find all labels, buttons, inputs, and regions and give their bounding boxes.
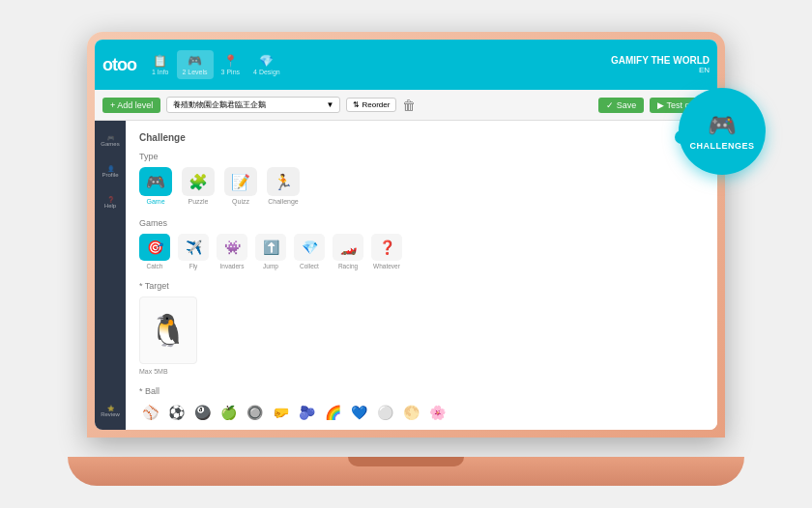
ball-rainbow[interactable]: 🌈 xyxy=(322,402,343,423)
game-type-icon: 🎮 xyxy=(139,167,172,196)
levels-icon: 🎮 xyxy=(188,54,202,68)
tab-design[interactable]: 💎 4 Design xyxy=(247,50,286,79)
tab-info[interactable]: 📋 1 Info xyxy=(146,50,175,79)
app-header: otoo 📋 1 Info 🎮 2 Levels 📍 3 Pins xyxy=(95,40,717,90)
gamify-tagline: GAMIFY THE WORLD EN xyxy=(611,55,710,74)
ball-moon[interactable]: 🌕 xyxy=(400,402,421,423)
save-button[interactable]: ✓ Save xyxy=(598,98,644,113)
ball-grey[interactable]: 🔘 xyxy=(244,402,265,423)
ball-label: * Ball xyxy=(139,386,704,396)
games-icons: 🎯 Catch ✈️ Fly 👾 Invaders xyxy=(139,234,704,269)
balls-row-2: 😊 😀 😁 😟 🍃 ➕ xyxy=(139,427,704,430)
add-level-button[interactable]: + Add level xyxy=(102,98,160,113)
type-quizz[interactable]: 📝 Quizz xyxy=(224,167,257,205)
challenges-badge-text: CHALLENGES xyxy=(689,141,754,151)
games-icon: 🎮 xyxy=(107,134,114,141)
ball-grin[interactable]: 😀 xyxy=(165,427,187,430)
quizz-type-icon: 📝 xyxy=(224,167,257,196)
jump-icon: ⬆️ xyxy=(255,234,286,261)
ball-soccer[interactable]: ⚽ xyxy=(165,402,187,423)
ball-pool[interactable]: 🎱 xyxy=(191,402,213,423)
review-icon: ⭐ xyxy=(107,405,114,411)
app-body: 🎮 Games 👤 Profile ❓ Help ⭐ xyxy=(95,121,717,430)
game-collect[interactable]: 💎 Collect xyxy=(294,234,325,269)
ball-baseball[interactable]: ⚾ xyxy=(139,402,160,423)
laptop-base xyxy=(68,457,744,486)
game-fly[interactable]: ✈️ Fly xyxy=(178,234,209,269)
invaders-icon: 👾 xyxy=(217,234,247,261)
sidebar-item-profile[interactable]: 👤 Profile xyxy=(99,159,122,183)
challenge-header: Challenge xyxy=(139,130,704,144)
game-invaders[interactable]: 👾 Invaders xyxy=(217,234,247,269)
design-icon: 💎 xyxy=(259,54,274,68)
target-image[interactable]: 🐧 xyxy=(139,296,197,364)
whatever-icon: ❓ xyxy=(371,234,402,261)
type-challenge[interactable]: 🏃 Challenge xyxy=(267,167,300,205)
target-label: * Target xyxy=(139,281,704,291)
ball-heart-blue[interactable]: 💙 xyxy=(348,402,369,423)
main-content: Challenge Type 🎮 Game xyxy=(126,121,717,430)
target-section: * Target 🐧 Max 5MB xyxy=(139,281,704,375)
ball-flower[interactable]: 🌸 xyxy=(426,402,448,423)
collect-icon: 💎 xyxy=(294,234,325,261)
game-catch[interactable]: 🎯 Catch xyxy=(139,234,170,269)
sidebar: 🎮 Games 👤 Profile ❓ Help ⭐ xyxy=(95,121,126,430)
ball-beam[interactable]: 😁 xyxy=(191,427,213,430)
header-right: GAMIFY THE WORLD EN xyxy=(611,55,710,74)
app-logo: otoo xyxy=(102,55,136,75)
puzzle-type-icon: 🧩 xyxy=(182,167,215,196)
help-icon: ❓ xyxy=(107,196,114,203)
sidebar-item-games[interactable]: 🎮 Games xyxy=(99,128,122,152)
ball-smile[interactable]: 😊 xyxy=(139,427,160,430)
ball-section: * Ball ⚾ ⚽ 🎱 🍏 🔘 🤛 🫐 🌈 💙 xyxy=(139,386,704,430)
ball-sad[interactable]: 😟 xyxy=(218,427,239,430)
challenges-badge[interactable]: 🎮 CHALLENGES xyxy=(679,88,766,175)
tab-pins[interactable]: 📍 3 Pins xyxy=(216,50,246,79)
reorder-button[interactable]: ⇅ Reorder xyxy=(346,98,396,112)
level-dropdown[interactable]: 養殖動物園企鵝君臨王企鵝 ▼ xyxy=(166,97,340,113)
type-icons: 🎮 Game 🧩 Puzzle 📝 Quizz xyxy=(139,167,704,205)
ball-add[interactable]: ➕ xyxy=(270,427,291,430)
game-whatever[interactable]: ❓ Whatever xyxy=(371,234,402,269)
games-section: Games 🎯 Catch ✈️ Fly xyxy=(139,218,704,269)
games-label: Games xyxy=(139,218,704,228)
target-name: Max 5MB xyxy=(139,368,704,375)
challenge-title: Challenge xyxy=(139,132,186,143)
ball-white[interactable]: ⚪ xyxy=(374,402,395,423)
penguin-emoji: 🐧 xyxy=(149,312,188,349)
tab-levels[interactable]: 🎮 2 Levels xyxy=(177,50,214,79)
sidebar-item-help[interactable]: ❓ Help xyxy=(99,190,122,213)
ball-green[interactable]: 🍏 xyxy=(218,402,239,423)
chevron-down-icon: ▼ xyxy=(326,100,334,109)
challenge-type-icon: 🏃 xyxy=(267,167,300,196)
type-game[interactable]: 🎮 Game xyxy=(139,167,172,205)
ball-leaf[interactable]: 🍃 xyxy=(244,427,265,430)
balls-row-1: ⚾ ⚽ 🎱 🍏 🔘 🤛 🫐 🌈 💙 ⚪ 🌕 xyxy=(139,402,704,423)
info-icon: 📋 xyxy=(153,54,167,68)
profile-icon: 👤 xyxy=(107,165,114,172)
type-puzzle[interactable]: 🧩 Puzzle xyxy=(182,167,215,205)
pins-icon: 📍 xyxy=(223,54,238,68)
catch-icon: 🎯 xyxy=(139,234,170,261)
type-section: Type 🎮 Game 🧩 Puzzle xyxy=(139,152,704,205)
toolbar: + Add level 養殖動物園企鵝君臨王企鵝 ▼ ⇅ Reorder 🗑 ✓… xyxy=(95,90,717,121)
controller-badge-icon: 🎮 xyxy=(708,112,737,139)
delete-icon[interactable]: 🗑 xyxy=(402,98,416,113)
sidebar-item-review[interactable]: ⭐ Review xyxy=(99,399,122,422)
game-racing[interactable]: 🏎️ Racing xyxy=(333,234,363,269)
type-label: Type xyxy=(139,152,704,161)
ball-fist[interactable]: 🤛 xyxy=(270,402,291,423)
fly-icon: ✈️ xyxy=(178,234,209,261)
header-tabs: 📋 1 Info 🎮 2 Levels 📍 3 Pins 💎 xyxy=(146,50,605,79)
ball-blue[interactable]: 🫐 xyxy=(296,402,317,423)
game-jump[interactable]: ⬆️ Jump xyxy=(255,234,286,269)
racing-icon: 🏎️ xyxy=(333,234,363,261)
